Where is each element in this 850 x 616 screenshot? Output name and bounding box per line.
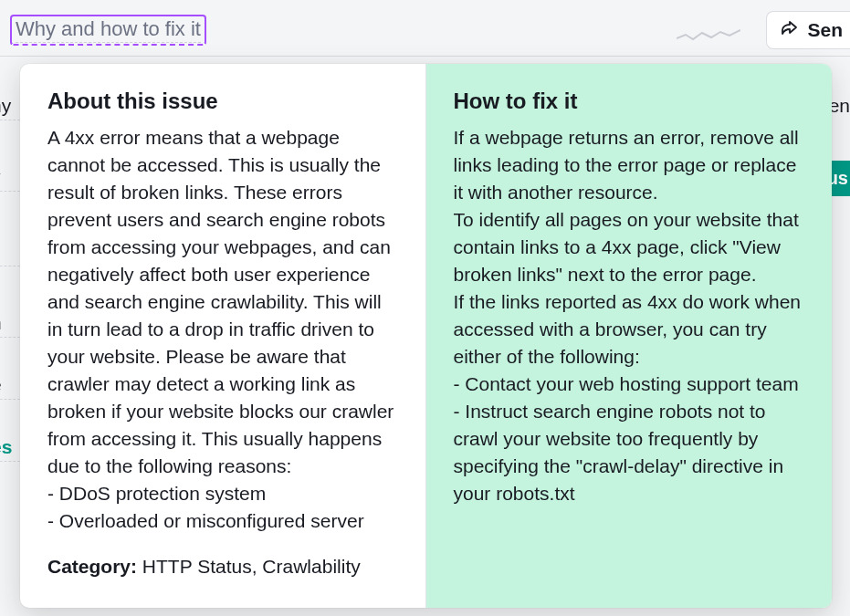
share-arrow-icon [780,21,798,39]
fix-panel: How to fix it If a webpage returns an er… [426,64,833,608]
issue-tooltip: About this issue A 4xx error means that … [20,64,832,608]
about-heading: About this issue [47,88,398,115]
category-value: HTTP Status, Crawlability [137,556,361,577]
fix-body: If a webpage returns an error, remove al… [454,124,805,507]
about-panel: About this issue A 4xx error means that … [20,64,426,608]
bg-left-fragments: hy y l n e es [0,57,20,616]
about-body: A 4xx error means that a webpage cannot … [47,124,398,535]
send-button[interactable]: Sen [766,11,850,49]
send-button-label: Sen [807,19,843,41]
bg-fragment: y [0,166,20,192]
top-bar: Why and how to fix it Sen [0,0,850,57]
bg-fragment: l [0,241,20,266]
why-and-how-link-label: Why and how to fix it [16,17,201,43]
category-line: Category: HTTP Status, Crawlability [47,553,398,580]
sparkline-icon [677,27,740,46]
why-and-how-link[interactable]: Why and how to fix it [10,15,206,46]
category-label: Category: [47,556,137,577]
bg-fragment: hy [0,95,20,120]
bg-right-fragments: en [835,57,850,616]
bg-fragment: n [0,312,20,338]
bg-fragment: e [0,374,20,400]
bg-fragment: es [0,436,20,462]
fix-heading: How to fix it [454,88,805,115]
